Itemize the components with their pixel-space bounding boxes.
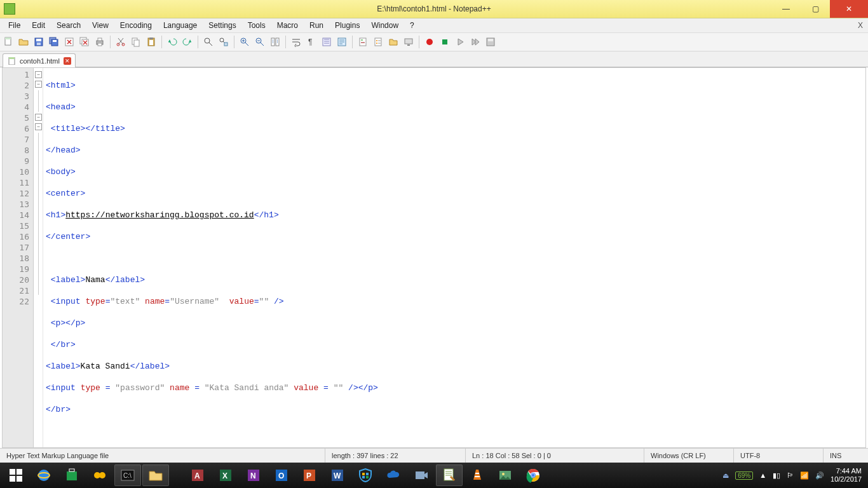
folder-view-icon[interactable] (386, 35, 400, 49)
copy-icon[interactable] (129, 35, 143, 49)
record-macro-icon[interactable] (423, 35, 437, 49)
tray-volume-icon[interactable]: 🔊 (815, 471, 824, 480)
line-number: 8 (3, 145, 29, 156)
taskbar-access-icon[interactable]: A (184, 464, 211, 486)
menu-macro[interactable]: Macro (271, 20, 304, 31)
taskbar-video-icon[interactable] (408, 464, 435, 486)
new-file-icon[interactable] (1, 35, 15, 49)
start-button[interactable] (3, 464, 29, 486)
line-number: 11 (3, 177, 29, 188)
svg-text:A: A (194, 471, 200, 480)
fold-marker[interactable]: － (35, 71, 42, 78)
taskbar-cmd-icon[interactable]: C:\ (114, 464, 141, 486)
taskbar-app1-icon[interactable] (86, 464, 113, 486)
menu-plugins[interactable]: Plugins (329, 20, 365, 31)
save-icon[interactable] (32, 35, 46, 49)
print-icon[interactable] (93, 35, 107, 49)
maximize-button[interactable]: ▢ (801, 0, 830, 18)
tray-network-icon[interactable]: ▮▯ (773, 471, 780, 480)
menubar-x-icon[interactable]: X (858, 21, 863, 30)
tab-close-icon[interactable]: ✕ (64, 57, 71, 65)
taskbar-photos-icon[interactable] (492, 464, 519, 486)
lang-panel-icon[interactable] (335, 35, 349, 49)
menu-edit[interactable]: Edit (26, 20, 51, 31)
app-icon (4, 3, 15, 15)
show-all-chars-icon[interactable]: ¶ (304, 35, 318, 49)
taskbar-defender-icon[interactable] (352, 464, 379, 486)
line-number: 16 (3, 231, 29, 242)
menu-view[interactable]: View (86, 20, 114, 31)
menu-settings[interactable]: Settings (203, 20, 241, 31)
taskbar-onedrive-icon[interactable] (380, 464, 407, 486)
svg-rect-70 (366, 473, 369, 475)
svg-rect-51 (67, 471, 77, 480)
tab-file[interactable]: contoh1.html ✕ (3, 53, 76, 67)
code-area[interactable]: <html> <head> <title></title> </head> <b… (43, 68, 865, 447)
indent-guide-icon[interactable] (320, 35, 334, 49)
window-controls: — ▢ ✕ (771, 0, 868, 18)
svg-rect-27 (276, 38, 279, 46)
tray-usb-icon[interactable]: ⏏ (722, 471, 729, 480)
menu-encoding[interactable]: Encoding (114, 20, 158, 31)
tray-clock[interactable]: 7:44 AM 10/2/2017 (831, 467, 862, 484)
taskbar-vlc-icon[interactable] (464, 464, 491, 486)
zoom-in-icon[interactable] (238, 35, 252, 49)
svg-rect-20 (149, 37, 153, 39)
wrap-icon[interactable] (289, 35, 303, 49)
svg-rect-4 (37, 43, 41, 45)
paste-icon[interactable] (144, 35, 158, 49)
close-button[interactable]: ✕ (830, 0, 868, 18)
fold-marker[interactable]: － (35, 81, 42, 88)
func-list-icon[interactable] (371, 35, 385, 49)
open-file-icon[interactable] (17, 35, 31, 49)
doc-map-icon[interactable] (356, 35, 370, 49)
tray-up-icon[interactable]: ▲ (759, 471, 766, 479)
line-number: 5 (3, 112, 29, 123)
redo-icon[interactable] (180, 35, 194, 49)
line-number: 10 (3, 166, 29, 177)
monitor-icon[interactable] (402, 35, 416, 49)
tray-battery[interactable]: 69% (735, 471, 753, 480)
menu-window[interactable]: Window (365, 20, 404, 31)
sync-scroll-icon[interactable] (268, 35, 282, 49)
taskbar-ie-icon[interactable] (31, 464, 57, 486)
replace-icon[interactable] (217, 35, 231, 49)
find-icon[interactable] (201, 35, 215, 49)
menu-language[interactable]: Language (158, 20, 203, 31)
play-macro-icon[interactable] (453, 35, 467, 49)
close-all-icon[interactable] (78, 35, 92, 49)
status-filetype: Hyper Text Markup Language file (0, 449, 325, 463)
svg-text:W: W (334, 471, 341, 480)
save-macro-icon[interactable] (484, 35, 498, 49)
taskbar-outlook-icon[interactable]: O (268, 464, 295, 486)
stop-macro-icon[interactable] (438, 35, 452, 49)
menu-help[interactable]: ? (404, 20, 420, 31)
zoom-out-icon[interactable] (253, 35, 267, 49)
menu-tools[interactable]: Tools (242, 20, 271, 31)
close-file-icon[interactable] (62, 35, 76, 49)
tray-wifi-icon[interactable]: 📶 (800, 471, 809, 480)
play-multi-icon[interactable] (468, 35, 482, 49)
taskbar-onenote-icon[interactable]: N (240, 464, 267, 486)
svg-rect-7 (53, 40, 57, 42)
fold-marker[interactable]: － (35, 114, 42, 121)
taskbar-explorer-icon[interactable] (142, 464, 169, 486)
svg-text:N: N (250, 471, 256, 480)
tray-date: 10/2/2017 (831, 475, 862, 484)
minimize-button[interactable]: — (771, 0, 801, 18)
menu-search[interactable]: Search (51, 20, 86, 31)
taskbar-powerpoint-icon[interactable]: P (296, 464, 323, 486)
svg-rect-33 (361, 42, 365, 43)
tray-action-center-icon[interactable]: 🏳 (787, 471, 794, 479)
taskbar-chrome-icon[interactable] (520, 464, 546, 486)
taskbar-excel-icon[interactable]: X (212, 464, 239, 486)
taskbar-store-icon[interactable] (58, 464, 85, 486)
menu-file[interactable]: File (3, 20, 26, 31)
menu-run[interactable]: Run (304, 20, 329, 31)
undo-icon[interactable] (165, 35, 179, 49)
save-all-icon[interactable] (47, 35, 61, 49)
cut-icon[interactable] (114, 35, 128, 49)
fold-marker[interactable]: － (35, 123, 42, 130)
taskbar-word-icon[interactable]: W (324, 464, 351, 486)
taskbar-notepadpp-icon[interactable] (436, 464, 463, 486)
